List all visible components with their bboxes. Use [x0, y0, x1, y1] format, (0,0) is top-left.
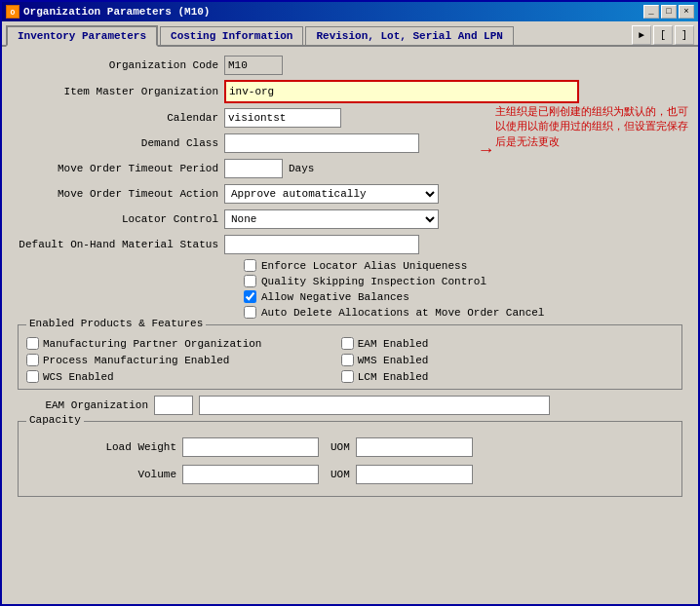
eam-enabled-label: EAM Enabled — [358, 338, 429, 350]
org-code-row: Organization Code — [10, 55, 690, 76]
tab-nav-prev[interactable]: ► — [632, 25, 651, 45]
enforce-locator-checkbox[interactable] — [244, 259, 256, 272]
volume-uom-label: UOM — [331, 469, 350, 480]
title-buttons: _ □ × — [643, 5, 694, 19]
eam-org-row: EAM Organization — [18, 396, 682, 415]
tab-costing[interactable]: Costing Information — [160, 26, 303, 45]
content-area: 主组织是已刚创建的组织为默认的，也可以使用以前使用过的组织，但设置完保存后是无法… — [2, 47, 698, 604]
maximize-button[interactable]: □ — [661, 5, 677, 19]
timeout-action-row: Move Order Timeout Action Approve automa… — [10, 183, 690, 205]
timeout-period-row: Move Order Timeout Period Days — [10, 158, 690, 179]
allow-negative-row: Allow Negative Balances — [10, 290, 690, 303]
onhand-status-input[interactable] — [224, 235, 419, 254]
wcs-enabled-checkbox[interactable] — [26, 370, 39, 383]
load-weight-input[interactable] — [182, 437, 319, 457]
org-code-label: Organization Code — [10, 59, 224, 71]
mfg-partner-checkbox[interactable] — [26, 337, 39, 350]
item-master-org-label: Item Master Organization — [10, 86, 224, 97]
close-button[interactable]: × — [679, 5, 694, 19]
wcs-enabled-label: WCS Enabled — [43, 371, 114, 383]
volume-row: Volume UOM — [26, 465, 674, 484]
auto-delete-checkbox[interactable] — [244, 306, 256, 319]
calendar-input[interactable] — [224, 108, 341, 128]
lcm-enabled-checkbox[interactable] — [341, 370, 354, 383]
process-mfg-checkbox[interactable] — [26, 354, 39, 366]
annotation-text: 主组织是已刚创建的组织为默认的，也可以使用以前使用过的组织，但设置完保存后是无法… — [495, 105, 690, 150]
enforce-locator-label: Enforce Locator Alias Uniqueness — [261, 260, 467, 272]
eam-org-label: EAM Organization — [18, 399, 154, 411]
wcs-enabled-item: WCS Enabled — [26, 370, 337, 383]
mfg-partner-label: Manufacturing Partner Organization — [43, 338, 261, 350]
timeout-period-label: Move Order Timeout Period — [10, 163, 224, 174]
enabled-group: Enabled Products & Features Manufacturin… — [18, 324, 682, 390]
timeout-action-label: Move Order Timeout Action — [10, 188, 224, 200]
volume-label: Volume — [26, 469, 182, 480]
allow-negative-checkbox[interactable] — [244, 290, 256, 303]
auto-delete-label: Auto Delete Allocations at Move Order Ca… — [261, 307, 544, 319]
title-bar: O Organization Parameters (M10) _ □ × — [2, 2, 698, 21]
process-mfg-item: Process Manufacturing Enabled — [26, 354, 337, 366]
volume-input[interactable] — [182, 465, 319, 484]
tab-nav-bracket-left[interactable]: [ — [653, 25, 673, 45]
tab-nav-bracket-right[interactable]: ] — [675, 25, 694, 45]
lcm-enabled-item: LCM Enabled — [341, 370, 652, 383]
capacity-title: Capacity — [26, 414, 84, 426]
quality-skipping-row: Quality Skipping Inspection Control — [10, 275, 690, 287]
eam-enabled-checkbox[interactable] — [341, 337, 354, 350]
demand-class-input[interactable] — [224, 133, 419, 153]
capacity-group: Capacity Load Weight UOM Volume UOM — [18, 421, 682, 497]
calendar-label: Calendar — [10, 112, 224, 124]
lcm-enabled-label: LCM Enabled — [358, 371, 429, 383]
allow-negative-label: Allow Negative Balances — [261, 291, 409, 303]
minimize-button[interactable]: _ — [643, 5, 659, 19]
item-master-org-highlight — [224, 80, 579, 103]
demand-class-label: Demand Class — [10, 137, 224, 149]
load-weight-row: Load Weight UOM — [26, 437, 674, 457]
locator-control-row: Locator Control None Prespecified Dynami… — [10, 208, 690, 230]
eam-enabled-item: EAM Enabled — [341, 337, 652, 350]
onhand-status-label: Default On-Hand Material Status — [10, 239, 224, 250]
enabled-group-content: Manufacturing Partner Organization EAM E… — [26, 337, 674, 383]
volume-uom-input[interactable] — [356, 465, 473, 484]
item-master-org-input[interactable] — [226, 82, 577, 101]
tab-navigation: ► [ ] — [632, 25, 694, 45]
load-weight-uom-input[interactable] — [356, 437, 473, 457]
load-weight-label: Load Weight — [26, 441, 182, 453]
quality-skipping-checkbox[interactable] — [244, 275, 256, 287]
locator-control-label: Locator Control — [10, 213, 224, 225]
mfg-partner-item: Manufacturing Partner Organization — [26, 337, 337, 350]
wms-enabled-checkbox[interactable] — [341, 354, 354, 366]
enforce-locator-row: Enforce Locator Alias Uniqueness — [10, 259, 690, 272]
wms-enabled-label: WMS Enabled — [358, 355, 429, 366]
annotation-arrow: → — [481, 140, 491, 160]
item-master-org-row: Item Master Organization — [10, 80, 690, 103]
wms-enabled-item: WMS Enabled — [341, 354, 652, 366]
tabs-bar: Inventory Parameters Costing Information… — [2, 21, 698, 47]
onhand-status-row: Default On-Hand Material Status — [10, 234, 690, 255]
load-weight-uom-label: UOM — [331, 441, 350, 453]
window-title: Organization Parameters (M10) — [23, 6, 210, 18]
enabled-group-title: Enabled Products & Features — [26, 318, 206, 329]
org-code-input[interactable] — [224, 56, 283, 75]
eam-org-long-input[interactable] — [199, 396, 550, 415]
main-window: O Organization Parameters (M10) _ □ × In… — [0, 0, 700, 606]
locator-control-select[interactable]: None Prespecified Dynamic entry Determin… — [224, 209, 439, 229]
timeout-action-select[interactable]: Approve automatically Reject Escalate — [224, 184, 439, 204]
days-label: Days — [289, 163, 314, 174]
tab-revision[interactable]: Revision, Lot, Serial And LPN — [305, 26, 513, 45]
eam-org-short-input[interactable] — [154, 396, 193, 415]
quality-skipping-label: Quality Skipping Inspection Control — [261, 276, 486, 287]
process-mfg-label: Process Manufacturing Enabled — [43, 355, 229, 366]
timeout-period-input[interactable] — [224, 159, 283, 178]
tab-inventory[interactable]: Inventory Parameters — [6, 25, 158, 47]
window-icon: O — [6, 5, 19, 19]
title-bar-left: O Organization Parameters (M10) — [6, 5, 210, 19]
